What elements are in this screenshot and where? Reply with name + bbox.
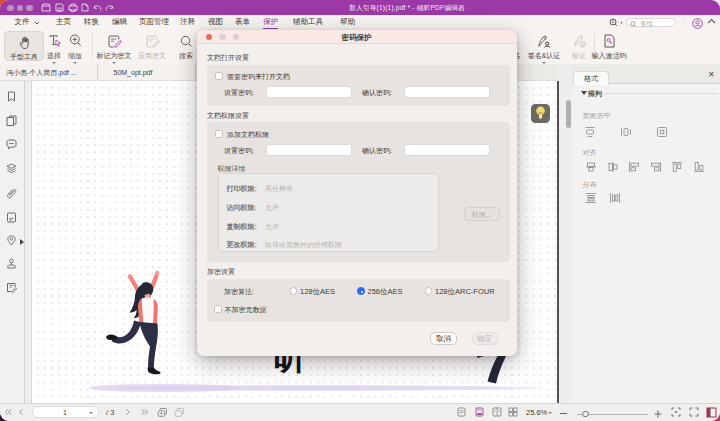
- encrypt-settings-label: 加密设置: [207, 267, 235, 277]
- layers-panel-icon[interactable]: [6, 163, 17, 174]
- hand-tool-button[interactable]: 手型工具: [4, 31, 44, 61]
- permissions-button[interactable]: 权限...: [464, 207, 500, 221]
- find-tool-icon[interactable]: [609, 18, 625, 27]
- perm-confirm-password-input[interactable]: [404, 144, 490, 156]
- collapse-triangle-icon[interactable]: [581, 91, 587, 95]
- radio-128aes[interactable]: [290, 287, 298, 295]
- align-bottom-icon[interactable]: [693, 161, 705, 173]
- zoom-slider-knob[interactable]: [582, 411, 589, 418]
- dialog-title: 密码保护: [197, 30, 517, 45]
- document-tab-2[interactable]: 50M_opt.pdf: [99, 64, 197, 80]
- first-page-button[interactable]: [4, 408, 12, 416]
- zoom-out-button[interactable]: [560, 413, 567, 414]
- no-metadata-checkbox[interactable]: [214, 305, 222, 313]
- panel-toggle-icon[interactable]: [706, 407, 717, 418]
- page-total-label: / 3: [106, 408, 114, 417]
- menu-item-home[interactable]: 主页: [56, 15, 71, 29]
- distribute-group-label: 分布: [583, 180, 597, 190]
- menu-item-file[interactable]: 文件: [15, 15, 30, 29]
- fullscreen-icon[interactable]: [689, 407, 699, 417]
- add-permission-checkbox[interactable]: [215, 130, 223, 138]
- set-password-input[interactable]: [266, 86, 352, 98]
- close-icon[interactable]: ✕: [708, 71, 715, 79]
- radio-arcfour-label: 128位ARC-FOUR: [435, 287, 495, 297]
- menu-item-view[interactable]: 视图: [208, 15, 223, 29]
- comments-panel-icon[interactable]: [6, 139, 17, 150]
- more-options-icon[interactable]: ⋮: [681, 17, 688, 27]
- ok-button[interactable]: 确定: [472, 332, 498, 345]
- fit-page-icon[interactable]: [671, 407, 681, 417]
- tip-lightbulb-button[interactable]: [531, 104, 551, 124]
- form-panel-icon[interactable]: [6, 282, 17, 293]
- ribbon-separator: [92, 34, 93, 58]
- signatures-panel-icon[interactable]: [6, 258, 17, 269]
- center-both-in-page-icon[interactable]: [656, 126, 668, 138]
- align-left-icon[interactable]: [628, 161, 640, 173]
- continuous-view-icon[interactable]: [475, 407, 484, 417]
- activation-code-label: 输入激活码: [592, 51, 627, 61]
- account-avatar[interactable]: [692, 18, 703, 29]
- menu-item-form[interactable]: 表单: [235, 15, 250, 29]
- require-password-label: 需要密码来打开文档: [227, 72, 290, 82]
- align-middle-icon[interactable]: [585, 161, 597, 173]
- verify-button[interactable]: 验证: [567, 31, 591, 61]
- require-password-checkbox[interactable]: [215, 72, 223, 80]
- distribute-horizontal-icon[interactable]: [609, 192, 621, 204]
- align-center-icon[interactable]: [607, 161, 619, 173]
- next-view-button[interactable]: [174, 407, 185, 418]
- pages-panel-icon[interactable]: [6, 115, 17, 126]
- facing-view-icon[interactable]: [492, 407, 502, 417]
- mark-redaction-button[interactable]: 标记为密文: [96, 31, 132, 61]
- format-panel-tab[interactable]: 格式: [573, 71, 609, 85]
- zoom-level-label[interactable]: 25.6%: [526, 408, 547, 417]
- sign-certify-button[interactable]: 签名&认证: [526, 31, 562, 61]
- align-top-icon[interactable]: [671, 161, 683, 173]
- menu-item-pages[interactable]: 页面管理: [139, 15, 169, 29]
- hand-tool-label: 手型工具: [10, 52, 38, 62]
- next-page-button[interactable]: [125, 408, 131, 416]
- perm-set-password-input[interactable]: [266, 144, 352, 156]
- cancel-button[interactable]: 取消: [430, 332, 458, 345]
- destinations-panel-icon[interactable]: [6, 235, 17, 246]
- menu-item-convert[interactable]: 转换: [84, 15, 99, 29]
- menu-item-accessibility[interactable]: 辅助工具: [293, 15, 323, 29]
- menu-item-protect[interactable]: 保护: [263, 15, 278, 29]
- menu-item-edit[interactable]: 编辑: [112, 15, 127, 29]
- facing-continuous-view-icon[interactable]: [508, 407, 518, 417]
- radio-arcfour[interactable]: [425, 287, 433, 295]
- fields-panel-icon[interactable]: [6, 212, 17, 223]
- algo-label: 加密算法:: [224, 287, 254, 297]
- vertical-scrollbar[interactable]: [566, 100, 572, 128]
- select-tool-button[interactable]: 选择: [44, 31, 64, 61]
- format-panel: 格式 ✕ 排列 页面居中 对齐: [572, 64, 720, 403]
- sidebar-expand-arrow[interactable]: [20, 239, 24, 245]
- search-input[interactable]: 查找: [626, 18, 676, 28]
- collapse-ribbon-icon[interactable]: [707, 18, 716, 24]
- distribute-vertical-icon[interactable]: [585, 192, 597, 204]
- menu-item-help[interactable]: 帮助: [340, 15, 355, 29]
- menu-bar: 文件 主页 转换 编辑 页面管理 注释 视图 表单 保护 辅助工具 帮助 查找 …: [0, 15, 720, 29]
- attachments-panel-icon[interactable]: [6, 188, 17, 199]
- zoom-tool-button[interactable]: 缩放: [64, 31, 86, 61]
- center-vertical-in-page-icon[interactable]: [584, 126, 596, 138]
- align-right-icon[interactable]: [650, 161, 662, 173]
- page-number-input[interactable]: 1: [32, 406, 99, 418]
- previous-view-button[interactable]: [157, 407, 168, 418]
- document-tab-1[interactable]: 冯小惠-个人简历.pdf ...: [0, 64, 98, 80]
- prev-page-button[interactable]: [18, 408, 24, 416]
- sign-certify-icon: [537, 35, 551, 48]
- radio-256aes[interactable]: [357, 287, 365, 295]
- single-page-view-icon[interactable]: [457, 407, 466, 417]
- last-page-button[interactable]: [141, 408, 149, 416]
- center-horizontal-in-page-icon[interactable]: [620, 126, 632, 138]
- bookmarks-panel-icon[interactable]: [6, 91, 17, 102]
- apply-redaction-button[interactable]: 应用密文: [136, 31, 168, 61]
- search-redaction-label: 搜索: [179, 51, 193, 61]
- confirm-password-input[interactable]: [404, 86, 490, 98]
- chevron-down-icon: [89, 412, 93, 414]
- menu-item-comment[interactable]: 注释: [180, 15, 195, 29]
- zoom-in-button[interactable]: [654, 410, 662, 418]
- dialog-titlebar: 密码保护: [197, 30, 517, 45]
- activation-code-button[interactable]: 输入激活码: [596, 31, 622, 61]
- zoom-level-caret[interactable]: [548, 412, 552, 414]
